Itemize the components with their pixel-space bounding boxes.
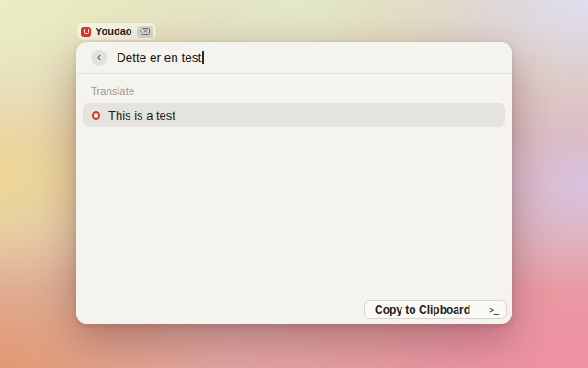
shortcut-key-icon[interactable]: >_ — [481, 301, 506, 318]
youdao-ring-icon — [92, 111, 100, 120]
search-bar[interactable]: ‹ Dette er en test — [76, 42, 512, 74]
search-input-value: Dette er en test — [117, 51, 201, 64]
section-header: Translate — [91, 86, 497, 97]
backspace-icon — [140, 28, 150, 35]
raycast-window: ‹ Dette er en test Translate This is a t… — [76, 42, 512, 324]
footer-bar: Copy to Clipboard >_ — [76, 294, 512, 324]
tag-dismiss-key[interactable] — [137, 26, 153, 38]
command-tag-label: Youdao — [96, 27, 132, 37]
copy-to-clipboard-button[interactable]: Copy to Clipboard — [365, 301, 481, 318]
result-row-selected[interactable]: This is a test — [83, 103, 505, 127]
command-tag[interactable]: Youdao — [77, 23, 156, 40]
result-label: This is a test — [108, 109, 175, 122]
text-caret — [202, 51, 204, 64]
copy-action-group[interactable]: Copy to Clipboard >_ — [364, 300, 507, 319]
chevron-left-icon: ‹ — [97, 52, 101, 63]
search-input[interactable]: Dette er en test — [117, 51, 204, 64]
youdao-logo-icon — [81, 27, 91, 37]
back-button[interactable]: ‹ — [91, 50, 107, 66]
